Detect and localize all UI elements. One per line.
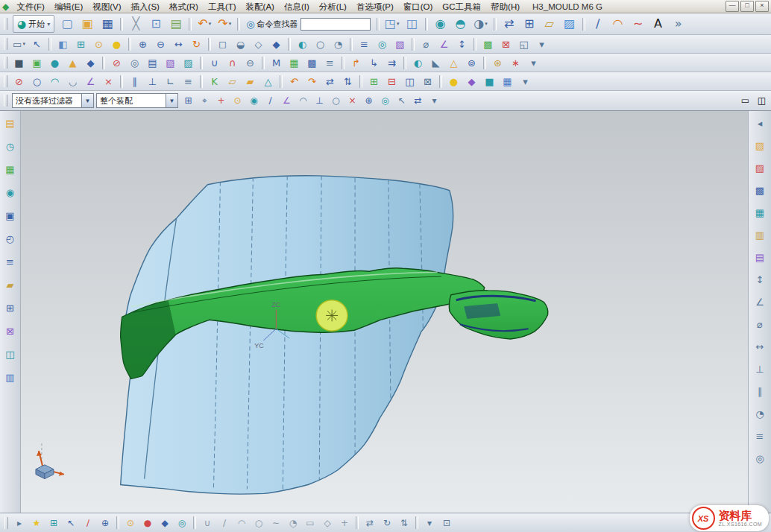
web-browser-icon[interactable]: ◫ <box>1 346 19 363</box>
view-cube-red-icon[interactable]: ▨ <box>752 159 769 177</box>
corner-icon[interactable]: ∟ <box>162 73 179 90</box>
view-cube-yellow-icon[interactable]: ▥ <box>752 227 769 244</box>
direct-sketch-icon[interactable]: ▭ <box>10 36 28 53</box>
circle-tool-icon[interactable]: ○ <box>28 73 45 90</box>
snap-toggle-icon[interactable]: ⊞ <box>180 93 196 109</box>
toolbar-grip[interactable] <box>4 38 7 50</box>
trim-body-icon[interactable]: ↱ <box>347 54 365 72</box>
more-row4-icon[interactable]: ▾ <box>517 73 534 90</box>
boss-icon[interactable]: ◎ <box>126 54 143 72</box>
pattern-icon[interactable]: ▦ <box>286 54 303 72</box>
measure-icon[interactable]: ⌀ <box>418 36 435 53</box>
line-tool-icon[interactable]: ∕ <box>588 14 608 34</box>
sphere-icon[interactable]: ● <box>108 36 125 53</box>
roles-icon[interactable]: ⊞ <box>1 300 19 317</box>
reuse-library-icon[interactable]: ◉ <box>1 184 19 201</box>
menu-item[interactable]: 帮助(H) <box>486 1 524 13</box>
align-icon[interactable]: ⇅ <box>339 73 356 90</box>
start-button[interactable]: ◕ 开始 <box>13 15 54 33</box>
info-icon[interactable]: ◎ <box>752 450 769 467</box>
offset-surface-icon[interactable]: ⇉ <box>383 54 400 72</box>
touch-mode-icon[interactable]: ◉ <box>431 14 450 34</box>
angle-filter-icon[interactable]: ∠ <box>279 93 295 109</box>
display-mode-icon[interactable]: ◑ <box>471 14 491 34</box>
menu-item[interactable]: 编辑(E) <box>50 1 87 13</box>
curve-polygon-icon[interactable]: ◇ <box>319 515 336 531</box>
perp-filter-icon[interactable]: ⊥ <box>312 93 327 109</box>
menu-item[interactable]: 首选项(P) <box>352 1 398 13</box>
constraint-navigator-icon[interactable]: ◷ <box>1 138 19 155</box>
arc-filter-icon[interactable]: ◠ <box>295 93 311 109</box>
hidden-edges-icon[interactable]: ◔ <box>330 36 347 53</box>
measure-length-icon[interactable]: ↔ <box>752 338 769 355</box>
mirror-feature-icon[interactable]: M <box>268 54 285 72</box>
curve-u-icon[interactable]: ∪ <box>199 515 215 531</box>
line-filter-icon[interactable]: ∕ <box>262 93 278 109</box>
offset-curve-icon[interactable]: △ <box>259 73 277 90</box>
split-body-icon[interactable]: ↳ <box>365 54 383 72</box>
gauge-icon[interactable]: ◔ <box>752 405 769 422</box>
selection-highlight[interactable] <box>316 300 347 331</box>
delete-icon[interactable]: × <box>100 73 117 90</box>
sketch-button[interactable]: ▨ <box>560 14 579 34</box>
menu-item[interactable]: 窗口(O) <box>399 1 438 13</box>
edge-blend-icon[interactable]: ◐ <box>409 54 427 72</box>
view-cube-teal-icon[interactable]: ▦ <box>752 204 769 221</box>
appearance-icon[interactable]: ▧ <box>391 36 409 53</box>
selection-filter-dropdown[interactable]: 没有选择过滤器 ▼ <box>12 93 94 108</box>
spline-tool-icon[interactable]: ∼ <box>629 14 648 34</box>
toolbar-grip[interactable] <box>4 95 7 107</box>
intersect-icon[interactable]: ∩ <box>224 54 241 72</box>
toggle-palette-icon[interactable]: ▸ <box>11 515 28 531</box>
pin-icon[interactable]: ⊡ <box>438 515 455 531</box>
rotate-view-icon[interactable]: ↻ <box>188 36 205 53</box>
toolbar-grip[interactable] <box>4 75 7 87</box>
trimetric-view-icon[interactable]: ◆ <box>268 36 285 53</box>
iso-view-icon[interactable]: ◇ <box>250 36 267 53</box>
cylinder-icon[interactable]: ● <box>46 54 63 72</box>
system-scene-icon[interactable]: ⊠ <box>1 323 19 340</box>
circle-filter-icon[interactable]: ◉ <box>246 93 262 109</box>
draft-icon[interactable]: △ <box>445 54 462 72</box>
midpoint-snap-icon[interactable]: ◆ <box>157 515 173 531</box>
wireframe-icon[interactable]: ○ <box>312 36 329 53</box>
snap-grid-icon[interactable]: ⊞ <box>45 515 62 531</box>
part-navigator-icon[interactable]: ▦ <box>1 161 19 178</box>
swap-filter-icon[interactable]: ⇄ <box>410 93 426 109</box>
rotate-object-icon[interactable]: ↻ <box>379 515 395 531</box>
chamfer-icon[interactable]: ◣ <box>427 54 444 72</box>
menu-item[interactable]: 插入(S) <box>127 1 164 13</box>
cone-icon[interactable]: ▲ <box>64 54 81 72</box>
center-snap-icon[interactable]: ◎ <box>174 515 190 531</box>
zoom-in-icon[interactable]: ⊕ <box>134 36 151 53</box>
rib-icon[interactable]: ▧ <box>162 54 179 72</box>
curve-arc-icon[interactable]: ◠ <box>233 515 250 531</box>
toolbar-grip[interactable] <box>4 517 8 529</box>
redo-button[interactable]: ↷ <box>215 14 234 34</box>
top-view-icon[interactable]: ◒ <box>232 36 249 53</box>
parallel-icon[interactable]: ∥ <box>126 73 143 90</box>
curve-rect-icon[interactable]: ▭ <box>302 515 318 531</box>
project-curve-icon[interactable]: ▱ <box>224 73 241 90</box>
new-button[interactable]: ▢ <box>57 14 77 34</box>
manufacturing-icon[interactable]: ▰ <box>1 276 19 294</box>
menu-item[interactable]: 信息(I) <box>280 1 314 13</box>
wrap-icon[interactable]: ∗ <box>507 54 524 72</box>
block-icon[interactable]: ▣ <box>28 54 45 72</box>
curve-circle-icon[interactable]: ○ <box>251 515 267 531</box>
angle-icon[interactable]: ∠ <box>435 36 453 53</box>
full-screen-icon[interactable]: ◫ <box>754 93 770 109</box>
toolbar-grip[interactable] <box>4 57 7 69</box>
bullseye-icon[interactable]: ◎ <box>377 93 393 109</box>
crosshair-icon[interactable]: ⌖ <box>197 93 213 109</box>
subtract-icon[interactable]: ⊖ <box>242 54 259 72</box>
array-icon[interactable]: ▩ <box>303 54 321 72</box>
chevron-down-icon[interactable]: ▼ <box>81 94 93 107</box>
isolate-icon[interactable]: ⊠ <box>419 73 436 90</box>
intersect-curve-icon[interactable]: ▰ <box>242 73 259 90</box>
measure-distance-icon[interactable]: ↕ <box>752 271 769 288</box>
touch-panel-icon[interactable]: ▥ <box>1 369 19 386</box>
show-icon[interactable]: ⊞ <box>365 73 383 90</box>
object-display-icon[interactable]: ▩ <box>479 36 497 53</box>
curve-line-icon[interactable]: ∕ <box>216 515 233 531</box>
